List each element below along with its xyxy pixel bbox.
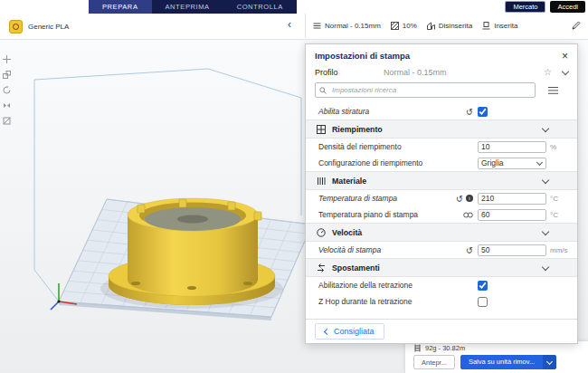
- section-infill[interactable]: Riempimento: [306, 120, 577, 139]
- support-icon: [427, 22, 435, 30]
- infill-density-input[interactable]: [479, 142, 545, 151]
- unit-label: °C: [550, 195, 570, 203]
- material-estimate-label: 92g - 30.82m: [425, 344, 465, 352]
- topbar-actions: Mercato Accedi: [505, 1, 585, 13]
- model-cylinder[interactable]: [100, 198, 283, 309]
- cura-window: PREPARA ANTEPRIMA CONTROLLA Mercato Acce…: [0, 0, 588, 373]
- setting-row-print-speed: Velocità di stampa ↺ mm/s: [306, 242, 577, 258]
- collapse-chevron-icon[interactable]: [542, 263, 549, 270]
- move-tool-icon[interactable]: [3, 55, 11, 63]
- setting-label: Abilitazione della retrazione: [318, 281, 478, 290]
- panel-footer: Consigliata: [306, 319, 577, 343]
- edit-print-settings-button[interactable]: [572, 21, 581, 32]
- marketplace-button[interactable]: Mercato: [505, 1, 545, 13]
- save-to-removable-button[interactable]: Salva su unità rimov...: [460, 355, 556, 369]
- scale-tool-icon[interactable]: [3, 71, 11, 79]
- speed-section-icon: [317, 228, 326, 237]
- settings-menu-icon[interactable]: [548, 87, 558, 89]
- setting-label: Abilita stiratura: [318, 107, 466, 116]
- adhesion-summary: Inserita: [482, 22, 517, 30]
- print-temp-input[interactable]: [479, 194, 545, 203]
- pencil-icon: [572, 21, 581, 30]
- print-estimate: 92g - 30.82m: [413, 344, 583, 352]
- collapse-chevron-icon[interactable]: [542, 176, 549, 183]
- setting-row-zhop: Z Hop durante la retrazione: [306, 293, 577, 310]
- setting-row-ironing: Abilita stiratura ↺: [306, 103, 577, 120]
- tab-prepare[interactable]: PREPARA: [89, 0, 152, 14]
- collapse-chevron-icon[interactable]: [542, 227, 549, 234]
- rotate-tool-icon[interactable]: [3, 86, 11, 94]
- setting-row-infill-density: Densità del riempimento %: [306, 139, 577, 155]
- info-icon[interactable]: i: [466, 195, 473, 202]
- collapse-chevron-icon[interactable]: [542, 124, 549, 131]
- setting-label: Velocità di stampa: [318, 245, 466, 254]
- section-speed[interactable]: Velocità: [306, 223, 577, 242]
- chevron-left-icon: [324, 328, 330, 334]
- setting-row-print-temp: Temperatura di stampa ↺ i °C: [306, 190, 577, 206]
- print-setup-selector[interactable]: Normal - 0.15mm 10% Disinserita Inserita: [305, 14, 588, 38]
- zhop-checkbox[interactable]: [478, 297, 488, 307]
- configuration-bar: Generic PLA ‹ Normal - 0.15mm 10% Disins…: [0, 14, 588, 40]
- section-title: Spostamenti: [332, 263, 380, 273]
- stage-tabs: PREPARA ANTEPRIMA CONTROLLA: [89, 0, 297, 14]
- settings-search-input[interactable]: [330, 85, 531, 95]
- profile-label: Profilo: [315, 68, 378, 77]
- setting-label: Configurazione di riempimento: [318, 158, 478, 167]
- preview-button[interactable]: Antepr...: [413, 355, 455, 369]
- material-usage-icon: [413, 344, 422, 352]
- ironing-checkbox[interactable]: [478, 107, 488, 117]
- setting-label: Temperatura di stampa: [318, 194, 456, 203]
- close-icon[interactable]: ×: [562, 52, 568, 61]
- reset-icon[interactable]: ↺: [466, 246, 473, 254]
- infill-section-icon: [317, 125, 326, 134]
- search-row: [306, 81, 577, 103]
- topbar: PREPARA ANTEPRIMA CONTROLLA Mercato Acce…: [0, 0, 588, 14]
- printer-material-selector[interactable]: Generic PLA: [9, 20, 69, 33]
- section-title: Materiale: [332, 177, 366, 186]
- material-spool-icon: [9, 20, 23, 33]
- section-travel[interactable]: Spostamenti: [306, 258, 577, 277]
- infill-pattern-dropdown[interactable]: Griglia: [478, 158, 546, 169]
- support-summary: Disinserita: [427, 22, 472, 30]
- retraction-checkbox[interactable]: [478, 281, 488, 291]
- collapse-panel-icon[interactable]: ‹: [288, 18, 291, 31]
- bed-temp-input[interactable]: [479, 210, 545, 219]
- unit-label: mm/s: [550, 246, 570, 254]
- panel-title: Impostazioni di stampa: [315, 51, 562, 61]
- favorite-star-icon[interactable]: ☆: [544, 67, 552, 77]
- reset-icon[interactable]: ↺: [466, 108, 473, 116]
- print-speed-input[interactable]: [479, 245, 545, 254]
- setting-row-infill-pattern: Configurazione di riempimento Griglia: [306, 155, 577, 171]
- action-panel: 92g - 30.82m Antepr... Salva su unità ri…: [404, 340, 588, 373]
- recommended-mode-button[interactable]: Consigliata: [315, 323, 384, 340]
- save-options-chevron-icon[interactable]: [543, 355, 556, 369]
- print-settings-panel: Impostazioni di stampa × Profilo Normal …: [305, 43, 578, 344]
- tab-preview[interactable]: ANTEPRIMA: [152, 0, 223, 14]
- profile-summary: Normal - 0.15mm: [313, 22, 381, 30]
- setting-row-retraction: Abilitazione della retrazione: [306, 277, 577, 293]
- link-icon[interactable]: [463, 212, 473, 218]
- section-material[interactable]: Materiale: [306, 171, 577, 190]
- panel-header: Impostazioni di stampa ×: [306, 44, 577, 64]
- unit-label: °C: [550, 211, 570, 219]
- setting-label: Z Hop durante la retrazione: [318, 297, 478, 306]
- adhesion-icon: [482, 22, 490, 30]
- search-box: [315, 82, 536, 98]
- search-icon: [319, 87, 327, 94]
- reset-icon[interactable]: ↺: [456, 195, 463, 203]
- support-blocker-tool-icon[interactable]: [3, 117, 11, 125]
- mirror-tool-icon[interactable]: [3, 101, 11, 110]
- left-toolbar: [0, 55, 14, 125]
- account-button[interactable]: Accedi: [550, 1, 585, 13]
- profile-dropdown-chevron-icon[interactable]: [562, 67, 569, 74]
- section-title: Riempimento: [332, 125, 383, 134]
- infill-summary: 10%: [391, 22, 417, 30]
- setting-row-bed-temp: Temperatura piano di stampa °C: [306, 206, 577, 223]
- travel-section-icon: [317, 263, 326, 273]
- material-label: Generic PLA: [28, 23, 69, 31]
- profile-selector[interactable]: Profilo Normal - 0.15mm ☆: [306, 64, 577, 81]
- section-title: Velocità: [332, 228, 362, 237]
- tab-monitor[interactable]: CONTROLLA: [223, 0, 297, 14]
- setting-label: Temperatura piano di stampa: [318, 210, 463, 219]
- layers-icon: [313, 22, 321, 30]
